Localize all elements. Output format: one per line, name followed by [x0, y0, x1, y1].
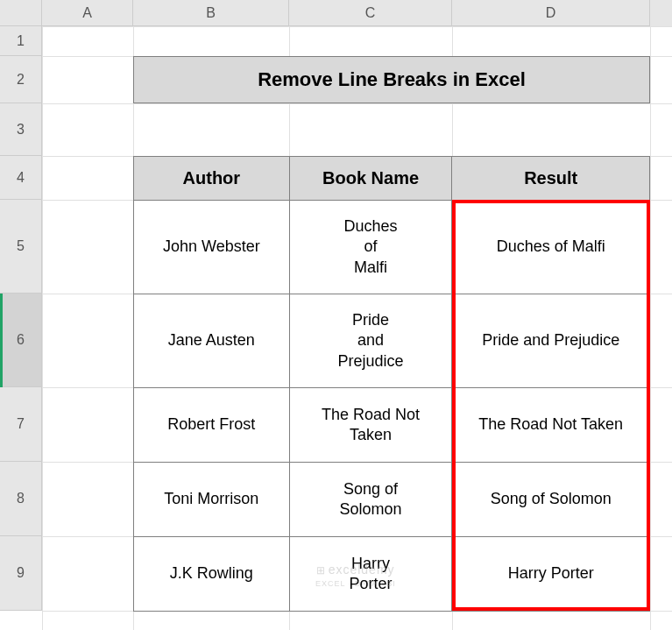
cell-book[interactable]: Pride and Prejudice — [289, 294, 452, 388]
select-all-corner[interactable] — [0, 0, 42, 26]
cell-author[interactable]: Toni Morrison — [134, 463, 290, 537]
selected-row-indicator — [0, 294, 42, 387]
row-header-1[interactable]: 1 — [0, 26, 42, 56]
cell-author[interactable]: Jane Austen — [134, 294, 290, 388]
row-header-9[interactable]: 9 — [0, 536, 42, 611]
data-table: Author Book Name Result John WebsterDuch… — [133, 156, 650, 612]
row-header-8[interactable]: 8 — [0, 462, 42, 536]
cell-result[interactable]: Song of Solomon — [452, 463, 650, 537]
title-text: Remove Line Breaks in Excel — [258, 68, 526, 91]
title-cell[interactable]: Remove Line Breaks in Excel — [133, 56, 650, 103]
table-row: Jane AustenPride and PrejudicePride and … — [134, 294, 650, 388]
row-header-3[interactable]: 3 — [0, 103, 42, 156]
cell-book[interactable]: Song of Solomon — [289, 463, 452, 537]
header-row: Author Book Name Result — [134, 157, 650, 201]
cell-result[interactable]: Pride and Prejudice — [452, 294, 650, 388]
row-header-2[interactable]: 2 — [0, 56, 42, 103]
cell-book[interactable]: Duches of Malfi — [289, 201, 452, 294]
row-header-5[interactable]: 5 — [0, 200, 42, 294]
spreadsheet-grid: ABCD 123456789 Remove Line Breaks in Exc… — [0, 0, 672, 630]
row-header-4[interactable]: 4 — [0, 156, 42, 200]
cells-area[interactable]: Remove Line Breaks in Excel Author Book … — [42, 26, 672, 630]
header-book[interactable]: Book Name — [289, 157, 452, 201]
table-row: Robert FrostThe Road Not TakenThe Road N… — [134, 388, 650, 463]
cell-result[interactable]: Duches of Malfi — [452, 201, 650, 294]
cell-author[interactable]: John Webster — [134, 201, 290, 294]
cell-author[interactable]: Robert Frost — [134, 388, 290, 463]
cell-author[interactable]: J.K Rowling — [134, 537, 290, 612]
col-header-C[interactable]: C — [289, 0, 452, 26]
row-header-7[interactable]: 7 — [0, 387, 42, 462]
col-header-D[interactable]: D — [452, 0, 650, 26]
table-row: Toni MorrisonSong of SolomonSong of Solo… — [134, 463, 650, 537]
column-headers: ABCD — [42, 0, 672, 26]
cell-book[interactable]: The Road Not Taken — [289, 388, 452, 463]
table-body: John WebsterDuches of MalfiDuches of Mal… — [134, 201, 650, 612]
table-row: John WebsterDuches of MalfiDuches of Mal… — [134, 201, 650, 294]
cell-book[interactable]: Harry Porter — [289, 537, 452, 612]
col-header-B[interactable]: B — [133, 0, 289, 26]
header-result[interactable]: Result — [452, 157, 650, 201]
header-author[interactable]: Author — [134, 157, 290, 201]
col-header-A[interactable]: A — [42, 0, 133, 26]
cell-result[interactable]: Harry Porter — [452, 537, 650, 612]
table-row: J.K RowlingHarry PorterHarry Porter — [134, 537, 650, 612]
cell-result[interactable]: The Road Not Taken — [452, 388, 650, 463]
